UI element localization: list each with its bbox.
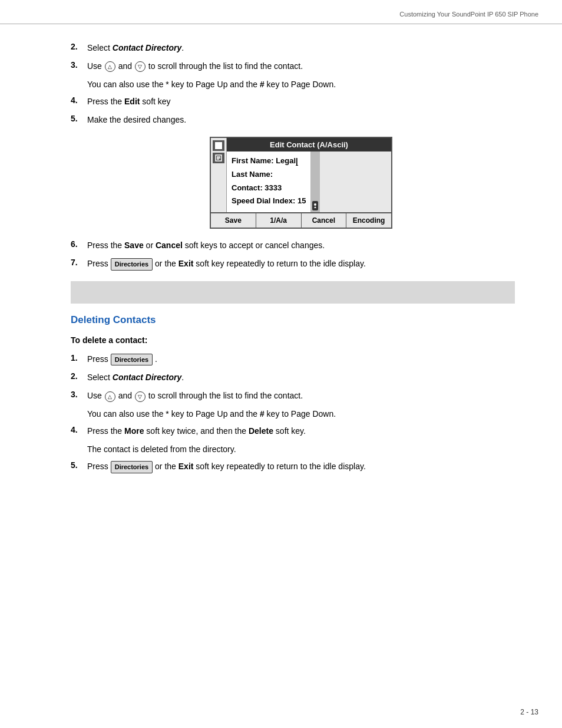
step-4-content: Press the Edit soft key: [87, 95, 515, 108]
del-step-4-content: Press the More soft key twice, and then …: [87, 425, 515, 437]
softkey-cancel: Cancel: [302, 213, 347, 228]
main-content: 2. Select Contact Directory. 3. Use △ an…: [0, 24, 562, 497]
header-text: Customizing Your SoundPoint IP 650 SIP P…: [399, 11, 538, 18]
del-step-4-number: 4.: [71, 425, 87, 434]
softkey-1aa: 1/A/a: [256, 213, 302, 228]
field-firstname: First Name: Legal|: [232, 155, 306, 167]
step-7-directories-button[interactable]: Directories: [111, 258, 153, 271]
phone-screen-body: First Name: Legal| Last Name: Contact: 3…: [227, 151, 310, 212]
gray-separator: [71, 281, 515, 304]
step-2: 2. Select Contact Directory.: [71, 42, 515, 54]
step-6: 6. Press the Save or Cancel soft keys to…: [71, 239, 515, 252]
del-step-3: 3. Use △ and ▽ to scroll through the lis…: [71, 390, 515, 402]
svg-point-7: [314, 203, 316, 206]
icon-top: [213, 140, 224, 151]
del-step-2-number: 2.: [71, 371, 87, 381]
step-2-number: 2.: [71, 42, 87, 51]
step-6-content: Press the Save or Cancel soft keys to ac…: [87, 239, 515, 252]
step-2-italic: Contact Directory: [113, 43, 181, 52]
screen-title-text: Edit Contact (A/Ascii): [270, 140, 348, 149]
screen-body-row: First Name: Legal| Last Name: Contact: 3…: [227, 151, 391, 212]
del-step-3-number: 3.: [71, 390, 87, 399]
field-speeddial: Speed Dial Index: 15: [232, 195, 306, 207]
screen-scroll: [310, 151, 320, 212]
step-4-number: 4.: [71, 95, 87, 105]
page-number: 2 - 13: [520, 708, 538, 716]
del-step-1-content: Press Directories .: [87, 353, 515, 366]
step-4-bold: Edit: [124, 97, 140, 106]
del-step-3-content: Use △ and ▽ to scroll through the list t…: [87, 390, 515, 402]
del-step-4-bold-delete: Delete: [249, 426, 273, 436]
del-step-4-bold-more: More: [124, 426, 144, 436]
step-3-content: Use △ and ▽ to scroll through the list t…: [87, 60, 515, 73]
del-step-5-number: 5.: [71, 460, 87, 470]
step-3-subnote: You can also use the * key to Page Up an…: [87, 78, 515, 91]
step-7: 7. Press Directories or the Exit soft ke…: [71, 258, 515, 271]
step-3-number: 3.: [71, 60, 87, 70]
field-contact: Contact: 3333: [232, 182, 306, 195]
del-step-2-content: Select Contact Directory.: [87, 371, 515, 384]
phone-screen-container: Edit Contact (A/Ascii) First Name: Legal…: [87, 137, 515, 229]
step-3: 3. Use △ and ▽ to scroll through the lis…: [71, 60, 515, 73]
del-step-5-directories-button[interactable]: Directories: [111, 461, 153, 473]
del-step-5-content: Press Directories or the Exit soft key r…: [87, 460, 515, 473]
del-step-1-directories-button[interactable]: Directories: [111, 354, 153, 366]
field-lastname: Last Name:: [232, 169, 306, 181]
icon-bottom: [213, 153, 224, 163]
arrow-down-icon: ▽: [135, 61, 146, 72]
procedure-label: To delete a contact:: [71, 335, 515, 345]
step-7-content: Press Directories or the Exit soft key r…: [87, 258, 515, 271]
phone-screen: Edit Contact (A/Ascii) First Name: Legal…: [210, 137, 392, 229]
scroll-icon: [312, 201, 318, 210]
del-step-4-subnote: The contact is deleted from the director…: [87, 443, 515, 456]
phone-screen-title: Edit Contact (A/Ascii): [227, 138, 391, 151]
softkey-encoding: Encoding: [346, 213, 391, 228]
step-5: 5. Make the desired changes.: [71, 114, 515, 126]
step-2-content: Select Contact Directory.: [87, 42, 515, 54]
softkey-save: Save: [211, 213, 256, 228]
del-step-4: 4. Press the More soft key twice, and th…: [71, 425, 515, 437]
del-step-5-bold-exit: Exit: [178, 462, 194, 471]
step-6-number: 6.: [71, 239, 87, 249]
page-footer: 2 - 13: [520, 708, 538, 716]
screen-left-icons: [211, 138, 227, 212]
step-4: 4. Press the Edit soft key: [71, 95, 515, 108]
step-6-bold-cancel: Cancel: [156, 241, 183, 250]
step-7-bold-exit: Exit: [178, 259, 194, 268]
step-7-number: 7.: [71, 258, 87, 267]
section-heading-deleting: Deleting Contacts: [71, 314, 515, 326]
screen-inner: Edit Contact (A/Ascii) First Name: Legal…: [227, 138, 391, 212]
del-step-1-number: 1.: [71, 353, 87, 363]
step-5-content: Make the desired changes.: [87, 114, 515, 126]
del-arrow-up-icon: △: [105, 391, 115, 402]
del-step-3-subnote: You can also use the * key to Page Up an…: [87, 408, 515, 420]
del-step-2: 2. Select Contact Directory.: [71, 371, 515, 384]
arrow-up-icon: △: [105, 61, 115, 72]
del-arrow-down-icon: ▽: [135, 391, 146, 402]
phone-softkeys: Save 1/A/a Cancel Encoding: [211, 212, 391, 228]
step-6-bold-save: Save: [124, 241, 144, 250]
step-5-number: 5.: [71, 114, 87, 123]
del-step-2-italic: Contact Directory: [113, 373, 181, 382]
del-step-1: 1. Press Directories .: [71, 353, 515, 366]
del-step-5: 5. Press Directories or the Exit soft ke…: [71, 460, 515, 473]
page-header: Customizing Your SoundPoint IP 650 SIP P…: [0, 0, 562, 24]
screen-main-area: Edit Contact (A/Ascii) First Name: Legal…: [211, 138, 391, 212]
